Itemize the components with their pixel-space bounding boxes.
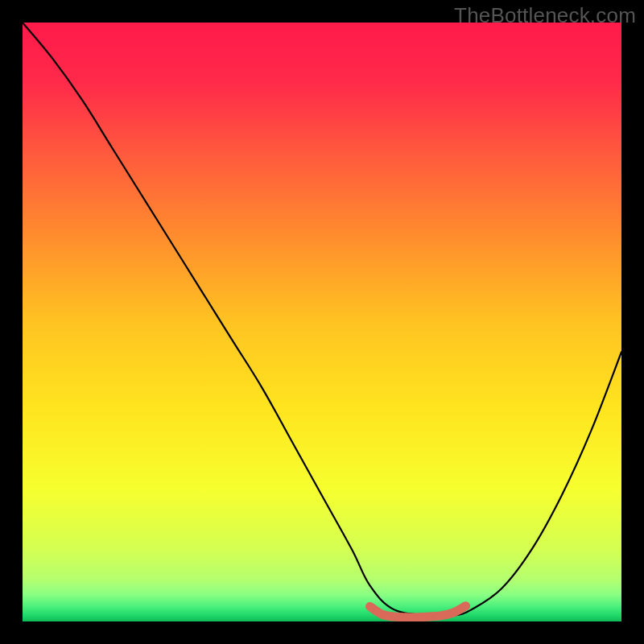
plot-frame — [23, 23, 621, 621]
chart-svg — [23, 23, 621, 621]
chart-background — [23, 23, 621, 621]
watermark-text: TheBottleneck.com — [454, 3, 636, 28]
